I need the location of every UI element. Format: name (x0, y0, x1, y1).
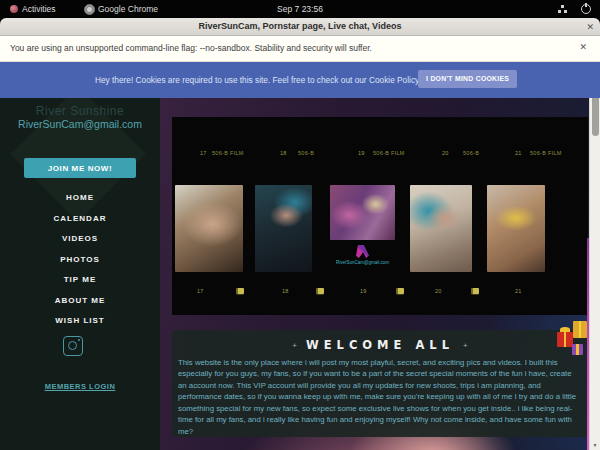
calendar-day: 20 (442, 150, 449, 156)
warning-close-icon[interactable]: ✕ (579, 42, 587, 52)
gift-red-icon (557, 332, 573, 347)
gift-yellow-icon (573, 321, 587, 338)
calendar-day: 19 (358, 150, 365, 156)
window-title-bar[interactable]: RiverSunCam, Pornstar page, Live chat, V… (0, 18, 600, 36)
window-close-icon[interactable]: ✕ (586, 20, 594, 34)
scrollbar[interactable]: ▲ ▼ (589, 62, 600, 450)
welcome-body-text: This website is the only place where i w… (178, 357, 582, 437)
thumbnail[interactable] (487, 185, 545, 272)
profile-email[interactable]: RiverSunCam@gmail.com (0, 118, 160, 130)
heel-logo-icon (356, 245, 369, 258)
welcome-heading: + WELCOME ALL + (178, 338, 582, 352)
calendar-event: 506-B FILM (212, 150, 244, 156)
desktop-top-bar: Activities Google Chrome Sep 7 23:56 (0, 0, 600, 18)
film-icon (471, 288, 479, 294)
site-logo-text: RiverSunCam@gmail.com (330, 260, 395, 265)
join-me-now-button[interactable]: JOIN ME NOW! (24, 158, 136, 178)
welcome-panel: + WELCOME ALL + This website is the only… (172, 330, 588, 437)
media-carousel: 17 506-B FILM 18 506-B 19 506-B FILM 20 … (172, 117, 588, 315)
sidebar: River Sunshine RiverSunCam@gmail.com JOI… (0, 98, 160, 450)
sidebar-item-calendar[interactable]: CALENDAR (0, 209, 160, 230)
calendar-day: 18 (280, 150, 287, 156)
sidebar-item-tip-me[interactable]: TIP ME (0, 270, 160, 291)
sidebar-item-about-me[interactable]: ABOUT ME (0, 291, 160, 312)
profile-name: River Sunshine (0, 104, 160, 118)
window-title: RiverSunCam, Pornstar page, Live chat, V… (0, 18, 600, 35)
thumbnail[interactable] (255, 185, 312, 272)
gift-purple-icon (572, 344, 583, 355)
calendar-event: 506-B FILM (530, 150, 562, 156)
sidebar-menu: HOME CALENDAR VIDEOS PHOTOS TIP ME ABOUT… (0, 188, 160, 332)
sidebar-item-home[interactable]: HOME (0, 188, 160, 209)
accept-cookies-button[interactable]: I DON'T MIND COOKIES (418, 70, 517, 88)
site-logo: RiverSunCam@gmail.com (330, 245, 395, 277)
cookie-notice-text: Hey there! Cookies are required to use t… (95, 75, 464, 85)
calendar-day: 21 (515, 150, 522, 156)
calendar-day: 19 (360, 288, 367, 294)
thumbnail[interactable] (410, 185, 472, 272)
calendar-event: 506-B (463, 150, 479, 156)
calendar-day: 17 (200, 150, 207, 156)
calendar-day: 17 (197, 288, 204, 294)
page-title: WELCOME ALL (306, 338, 454, 352)
calendar-event: 506-B FILM (373, 150, 405, 156)
flag-warning-text: You are using an unsupported command-lin… (10, 43, 372, 53)
film-icon (236, 288, 244, 294)
main-content: 17 506-B FILM 18 506-B 19 506-B FILM 20 … (172, 117, 588, 437)
film-icon (316, 288, 324, 294)
instagram-camera-icon[interactable] (63, 336, 83, 356)
sidebar-item-photos[interactable]: PHOTOS (0, 250, 160, 271)
thumbnail[interactable] (330, 185, 395, 240)
calendar-day: 21 (515, 288, 522, 294)
sidebar-item-videos[interactable]: VIDEOS (0, 229, 160, 250)
calendar-day: 20 (435, 288, 442, 294)
heading-decoration: + (463, 341, 468, 350)
flag-warning-bar: You are using an unsupported command-lin… (0, 36, 600, 62)
thumbnail[interactable] (175, 185, 243, 272)
film-icon (396, 288, 404, 294)
cookie-notice-bar: Hey there! Cookies are required to use t… (0, 62, 600, 98)
network-icon[interactable] (558, 5, 567, 13)
clock[interactable]: Sep 7 23:56 (0, 0, 600, 18)
scroll-down-icon[interactable]: ▼ (590, 442, 600, 448)
power-icon[interactable] (581, 4, 591, 14)
calendar-day: 18 (282, 288, 289, 294)
heading-decoration: + (292, 341, 297, 350)
calendar-event: 506-B (298, 150, 314, 156)
sidebar-item-wish-list[interactable]: WISH LIST (0, 311, 160, 332)
members-login-link[interactable]: MEMBERS LOGIN (0, 382, 160, 391)
